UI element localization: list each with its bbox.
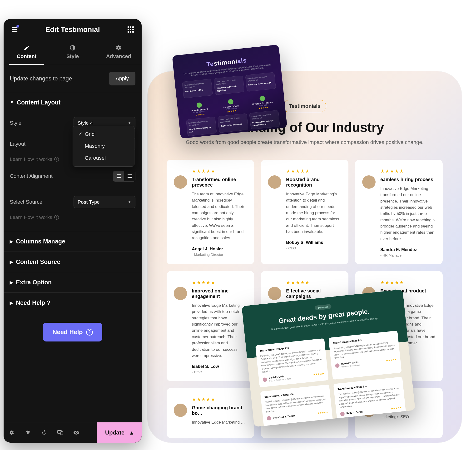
- section-columns-toggle[interactable]: ▶Columns Manage: [4, 231, 142, 252]
- align-left-button[interactable]: [113, 171, 124, 181]
- testimonial-name: Angel J. Hosier: [192, 247, 247, 252]
- star-rating: ★★★★★: [192, 397, 247, 402]
- avatar: [174, 175, 187, 189]
- testimonial-text: Innovative Edge Marketing …: [192, 419, 247, 426]
- align-right-icon: [127, 174, 132, 178]
- tab-style[interactable]: Style: [49, 40, 95, 65]
- layers-icon: [25, 430, 30, 435]
- pencil-icon: [24, 45, 30, 51]
- alignment-group: [113, 171, 135, 182]
- help-icon: ?: [54, 215, 59, 220]
- testimonial-role: - CEO: [286, 246, 341, 250]
- testimonial-text: Innovative Edge Marketing transformed ou…: [380, 186, 435, 242]
- tab-advanced[interactable]: Advanced: [96, 40, 142, 65]
- screenshot-dark-testimonials: Testimonials Discover how WealthGuard tr…: [172, 45, 287, 138]
- avatar: [268, 287, 281, 300]
- chevron-down-icon: ▼: [128, 121, 131, 125]
- need-help-button[interactable]: Need Help ?: [43, 323, 102, 342]
- testimonial-card: ★★★★★ eamless hiring process Innovative …: [355, 160, 443, 264]
- source-label: Select Source: [10, 199, 42, 205]
- testimonial-text: …rketing's SEO: [380, 414, 435, 420]
- panel-tabs: Content Style Advanced: [4, 40, 142, 65]
- screenshot-green-reviews: Reviews Great deeds by great people. Goo…: [242, 289, 415, 427]
- caret-down-icon: ▼: [10, 100, 14, 105]
- navigator-button[interactable]: [20, 430, 36, 435]
- panel-title: Edit Testimonial: [45, 25, 100, 34]
- update-button[interactable]: Update ▴: [97, 422, 142, 443]
- testimonial-card: ★★★★★ Boosted brand recognition Innovati…: [261, 160, 348, 264]
- avatar: [268, 175, 281, 189]
- section-need-help-toggle[interactable]: ▶Need Help ?: [4, 293, 142, 313]
- settings-button[interactable]: [4, 430, 20, 435]
- style-label: Style: [10, 120, 21, 126]
- testimonial-title: Game-changing brand bo…: [192, 405, 247, 416]
- editor-panel: Edit Testimonial Content Style Advanced …: [4, 19, 142, 443]
- responsive-icon: [57, 430, 63, 435]
- testimonial-name: Bobby S. Williams: [286, 240, 341, 245]
- help-icon: ?: [54, 157, 59, 162]
- contrast-icon: [70, 45, 76, 51]
- testimonial-text: Innovative Edge Marketing's attention to…: [286, 191, 341, 235]
- avatar: [174, 404, 187, 417]
- star-rating: ★★★★★: [286, 280, 341, 285]
- layout-option-masonry[interactable]: ✓Masonry: [73, 140, 134, 152]
- caret-right-icon: ▶: [10, 280, 13, 285]
- responsive-button[interactable]: [52, 430, 68, 435]
- alignment-label: Content Alignment: [10, 173, 53, 179]
- layout-dropdown: ✓Grid ✓Masonry ✓Carousel: [73, 126, 134, 166]
- eye-icon: [74, 431, 79, 435]
- section-extra-option-toggle[interactable]: ▶Extra Option: [4, 272, 142, 292]
- section-content-layout-toggle[interactable]: ▼ Content Layout: [4, 92, 142, 112]
- testimonial-card: ★★★★★ Game-changing brand bo… Innovative…: [167, 388, 254, 438]
- caret-right-icon: ▶: [10, 300, 13, 306]
- section-content-source-toggle[interactable]: ▶Content Source: [4, 252, 142, 272]
- align-right-button[interactable]: [124, 171, 135, 181]
- widgets-grid-button[interactable]: [125, 24, 136, 35]
- help-icon: ?: [86, 329, 93, 336]
- apply-text: Update changes to page: [10, 75, 72, 82]
- hint-learn-2[interactable]: Learn How it works ?: [10, 213, 135, 225]
- testimonial-title: eamless hiring process: [380, 177, 435, 182]
- preview-sub: Good words from good people create trans…: [167, 139, 443, 145]
- testimonial-role: - HR Manager: [380, 253, 435, 257]
- caret-right-icon: ▶: [10, 259, 13, 265]
- preview-badge: Testimonials: [283, 100, 327, 112]
- history-button[interactable]: [36, 430, 52, 435]
- star-rating: ★★★★★: [192, 168, 247, 174]
- hamburger-menu-button[interactable]: [9, 24, 20, 35]
- testimonial-role: - Marketing Director: [192, 253, 247, 256]
- testimonial-title: Improved online engagement: [192, 288, 247, 299]
- apply-button[interactable]: Apply: [109, 72, 135, 85]
- svg-rect-2: [61, 432, 63, 435]
- align-left-icon: [116, 174, 121, 178]
- preview-button[interactable]: [68, 431, 84, 435]
- testimonial-card: ★★★★★ Improved online engagement Innovat…: [167, 271, 254, 381]
- star-rating: ★★★★★: [380, 280, 435, 285]
- testimonial-role: - COO: [192, 370, 247, 374]
- testimonial-title: Boosted brand recognition: [286, 177, 341, 188]
- source-select[interactable]: Post Type▼: [74, 196, 135, 208]
- panel-footer: Update ▴: [4, 422, 142, 443]
- caret-right-icon: ▶: [10, 239, 13, 244]
- avatar: [362, 175, 375, 189]
- star-rating: ★★★★★: [192, 280, 247, 285]
- testimonial-name: Sandra E. Mendez: [380, 247, 435, 252]
- testimonial-card: ★★★★★ Transformed online presence The te…: [167, 160, 254, 264]
- testimonial-text: The team at Innovative Edge Marketing is…: [192, 191, 247, 241]
- star-rating: ★★★★★: [286, 168, 341, 174]
- gear-icon: [9, 430, 14, 435]
- testimonial-title: Transformed online presence: [192, 177, 247, 188]
- chevron-down-icon: ▼: [128, 200, 131, 204]
- avatar: [174, 287, 187, 300]
- gear-icon: [115, 45, 122, 51]
- layout-option-grid[interactable]: ✓Grid: [73, 128, 134, 140]
- layout-option-carousel[interactable]: ✓Carousel: [73, 152, 134, 164]
- layout-label: Layout: [10, 141, 25, 147]
- chevron-up-icon: ▴: [130, 429, 133, 436]
- tab-content[interactable]: Content: [4, 40, 49, 65]
- star-rating: ★★★★★: [380, 168, 435, 174]
- testimonial-name: Isabel S. Low: [192, 364, 247, 369]
- history-icon: [42, 430, 47, 435]
- testimonial-text: Innovative Edge Marketing provided us wi…: [192, 302, 247, 359]
